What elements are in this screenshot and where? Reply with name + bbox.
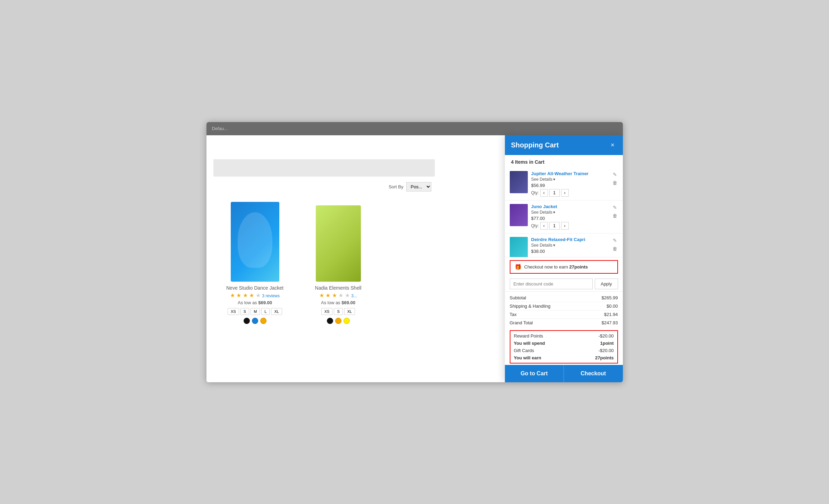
browser-tab-label: Defau... bbox=[212, 126, 228, 131]
edit-button-juno[interactable]: ✎ bbox=[612, 204, 618, 211]
subtotal-value: $265.99 bbox=[602, 295, 618, 300]
go-to-cart-button[interactable]: Go to Cart bbox=[505, 365, 564, 382]
qty-decrease-jupiter[interactable]: ‹ bbox=[540, 189, 548, 197]
price-label-neve: As low as bbox=[238, 300, 257, 305]
size-m-neve[interactable]: M bbox=[251, 308, 260, 315]
size-s-neve[interactable]: S bbox=[240, 308, 249, 315]
cart-item-actions-jupiter: ✎ 🗑 bbox=[612, 171, 618, 186]
reward-row-giftcards: Gift Cards -$20.00 bbox=[514, 347, 614, 354]
product-image-nadia bbox=[300, 198, 377, 282]
cart-item-details-deirdre: Deirdre Relaxed-Fit Capri See Details ▾ … bbox=[531, 237, 608, 255]
cart-item-qty-juno: Qty: ‹ › bbox=[531, 222, 608, 230]
size-l-neve[interactable]: L bbox=[261, 308, 270, 315]
tax-label: Tax bbox=[510, 312, 517, 317]
juno-image bbox=[510, 204, 528, 226]
cart-item-name-jupiter[interactable]: Jupiter All-Weather Trainer bbox=[531, 171, 608, 176]
cart-close-button[interactable]: × bbox=[609, 141, 617, 150]
cart-item-name-juno[interactable]: Juno Jacket bbox=[531, 204, 608, 209]
sort-label: Sort By bbox=[389, 184, 404, 189]
delete-button-deirdre[interactable]: 🗑 bbox=[612, 245, 618, 252]
reward-totals-box: Reward Points -$20.00 You will spend 1po… bbox=[510, 330, 618, 364]
cart-header: Shopping Cart × bbox=[505, 135, 623, 155]
qty-input-juno[interactable] bbox=[549, 222, 560, 230]
cart-item-see-details-jupiter[interactable]: See Details ▾ bbox=[531, 177, 608, 182]
reward-row-spend: You will spend 1point bbox=[514, 340, 614, 347]
grand-total-value: $247.93 bbox=[602, 320, 618, 325]
product-price-neve: As low as $69.00 bbox=[217, 300, 293, 305]
product-card-nadia: Nadia Elements Shell ★ ★ ★ ★ ★ 3... As l… bbox=[300, 198, 377, 324]
star-1: ★ bbox=[230, 292, 235, 298]
discount-code-input[interactable] bbox=[510, 279, 593, 289]
delete-button-juno[interactable]: 🗑 bbox=[612, 212, 618, 219]
color-yellow-nadia[interactable] bbox=[344, 318, 350, 324]
qty-increase-juno[interactable]: › bbox=[561, 222, 569, 230]
price-value-nadia: $69.00 bbox=[341, 300, 355, 305]
star-2: ★ bbox=[236, 292, 241, 298]
reward-points-value: -$20.00 bbox=[598, 333, 614, 339]
cart-item-price-deirdre: $38.00 bbox=[531, 249, 608, 254]
qty-decrease-juno[interactable]: ‹ bbox=[540, 222, 548, 230]
cart-item-see-details-deirdre[interactable]: See Details ▾ bbox=[531, 243, 608, 248]
size-s-nadia[interactable]: S bbox=[334, 308, 342, 315]
edit-button-jupiter[interactable]: ✎ bbox=[612, 171, 618, 178]
browser-content: Sort By Pos... Neve Studio Dance Jacket … bbox=[206, 135, 623, 382]
store-gray-bar bbox=[213, 159, 435, 177]
sort-select[interactable]: Pos... bbox=[406, 182, 431, 191]
size-xs-nadia[interactable]: XS bbox=[321, 308, 333, 315]
product-card-neve: Neve Studio Dance Jacket ★ ★ ★ ★ ★ 3 rev… bbox=[217, 198, 293, 324]
color-black-neve[interactable] bbox=[244, 318, 250, 324]
delete-button-jupiter[interactable]: 🗑 bbox=[612, 179, 618, 186]
reward-spend-value: 1point bbox=[600, 341, 614, 346]
product-sizes-nadia: XS S XL bbox=[300, 308, 377, 315]
price-label-nadia: As low as bbox=[321, 300, 340, 305]
cart-item-actions-juno: ✎ 🗑 bbox=[612, 204, 618, 219]
color-black-nadia[interactable] bbox=[327, 318, 333, 324]
edit-button-deirdre[interactable]: ✎ bbox=[612, 237, 618, 244]
product-stars-neve: ★ ★ ★ ★ ★ 3 reviews bbox=[217, 292, 293, 299]
product-sizes-neve: XS S M L XL bbox=[217, 308, 293, 315]
product-price-nadia: As low as $69.00 bbox=[300, 300, 377, 305]
neve-jacket-image bbox=[231, 202, 279, 282]
cart-item-details-jupiter: Jupiter All-Weather Trainer See Details … bbox=[531, 171, 608, 197]
price-value-neve: $69.00 bbox=[258, 300, 272, 305]
product-stars-nadia: ★ ★ ★ ★ ★ 3... bbox=[300, 292, 377, 299]
star-5: ★ bbox=[256, 292, 261, 298]
cart-item-qty-jupiter: Qty: ‹ › bbox=[531, 189, 608, 197]
shopping-cart-overlay: Shopping Cart × 4 Items in Cart Jupiter … bbox=[505, 135, 623, 382]
cart-item-image-jupiter bbox=[510, 171, 528, 193]
gift-cards-value: -$20.00 bbox=[598, 348, 614, 353]
cart-item-name-deirdre[interactable]: Deirdre Relaxed-Fit Capri bbox=[531, 237, 608, 242]
cart-totals: Subtotal $265.99 Shipping & Handling $0.… bbox=[505, 291, 623, 329]
cart-item-image-juno bbox=[510, 204, 528, 226]
reward-banner: 🎁 Checkout now to earn 27points bbox=[510, 260, 618, 274]
discount-area: Apply bbox=[505, 276, 623, 291]
checkout-button[interactable]: Checkout bbox=[564, 365, 623, 382]
reward-spend-label: You will spend bbox=[514, 341, 545, 346]
reward-points: 27points bbox=[569, 264, 588, 270]
cart-item-see-details-juno[interactable]: See Details ▾ bbox=[531, 210, 608, 215]
product-reviews-neve[interactable]: 3 reviews bbox=[262, 293, 280, 298]
reward-icon: 🎁 bbox=[515, 264, 522, 270]
star-3: ★ bbox=[243, 292, 248, 298]
color-orange-nadia[interactable] bbox=[335, 318, 341, 324]
star-n3: ★ bbox=[332, 292, 337, 298]
qty-increase-jupiter[interactable]: › bbox=[561, 189, 569, 197]
star-4: ★ bbox=[249, 292, 254, 298]
cart-item-image-deirdre bbox=[510, 237, 528, 257]
apply-discount-button[interactable]: Apply bbox=[595, 279, 618, 289]
product-reviews-nadia[interactable]: 3... bbox=[351, 293, 357, 298]
qty-input-jupiter[interactable] bbox=[549, 189, 560, 197]
jupiter-image bbox=[510, 171, 528, 193]
gift-cards-label: Gift Cards bbox=[514, 348, 534, 353]
size-xl-nadia[interactable]: XL bbox=[344, 308, 355, 315]
size-xl-neve[interactable]: XL bbox=[271, 308, 282, 315]
cart-item-jupiter: Jupiter All-Weather Trainer See Details … bbox=[505, 168, 623, 200]
color-orange-neve[interactable] bbox=[260, 318, 267, 324]
color-blue-neve[interactable] bbox=[252, 318, 258, 324]
reward-text-before: Checkout now to earn bbox=[524, 264, 569, 270]
product-colors-neve bbox=[217, 318, 293, 324]
cart-title: Shopping Cart bbox=[511, 141, 559, 149]
shipping-label: Shipping & Handling bbox=[510, 304, 551, 309]
cart-item-price-juno: $77.00 bbox=[531, 216, 608, 221]
size-xs-neve[interactable]: XS bbox=[228, 308, 239, 315]
